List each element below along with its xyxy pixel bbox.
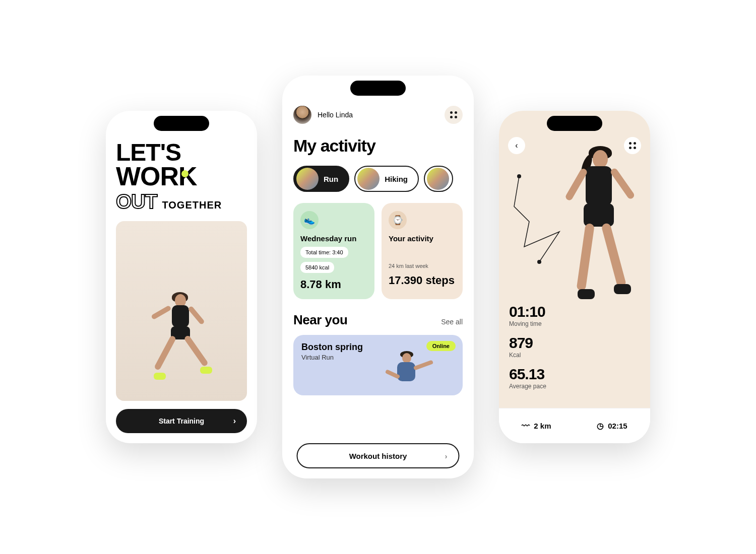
event-runner-illustration [377,350,432,395]
hero-line-3a: OUT [116,192,157,211]
activity-screen: Hello Linda My activity Run Hiking 👟 Wed… [282,76,474,478]
footer-time: ◷ 02:15 [597,421,627,431]
workout-footer: 〰 2 km ◷ 02:15 [499,408,650,443]
chip-label: Run [324,175,338,183]
kcal-label: Kcal [509,352,546,359]
card-wednesday-run[interactable]: 👟 Wednesday run Total time: 3:40 5840 kc… [293,203,374,299]
footer-distance-value: 2 km [534,422,551,430]
chip-thumb-icon [427,168,449,190]
page-title: My activity [293,136,463,156]
onboarding-screen: LET'S WORK OUT TOGETHER Start Training › [106,111,257,443]
card-your-activity[interactable]: ⌚ Your activity 24 km last week 17.390 s… [382,203,463,299]
distance-icon: 〰 [522,422,530,431]
start-training-label: Start Training [159,417,204,425]
chip-run[interactable]: Run [293,166,349,192]
chip-more[interactable] [424,166,453,192]
device-notch [154,116,209,131]
pace-label: Average pace [509,383,546,390]
status-badge: Online [426,341,456,351]
accent-dot-icon [181,170,188,177]
activity-chips: Run Hiking [293,166,463,192]
workout-stats: 01:10 Moving time 879 Kcal 65.13 Average… [509,303,546,397]
total-time-pill: Total time: 3:40 [300,247,348,258]
workout-history-button[interactable]: Workout history › [297,443,460,468]
runner-illustration [549,141,650,363]
card-title: Wednesday run [300,234,367,243]
chip-thumb-icon [357,168,380,190]
header-bar: Hello Linda [293,106,463,124]
watch-icon: ⌚ [389,211,407,229]
activity-subtitle: 24 km last week [389,263,456,269]
workout-hero: ‹ 01:10 Moving time 879 Kcal [499,111,650,408]
hero-headline: LET'S WORK OUT TOGETHER [116,141,247,211]
distance-value: 8.78 km [300,278,367,291]
start-training-button[interactable]: Start Training › [116,409,247,433]
device-notch [547,116,602,131]
pace-value: 65.13 [509,366,546,383]
clock-icon: ◷ [597,421,604,431]
four-dots-icon [450,111,457,118]
footer-time-value: 02:15 [608,422,627,430]
steps-value: 17.390 steps [389,274,456,287]
greeting-text: Hello Linda [318,111,353,119]
hero-line-3b: TOGETHER [162,200,222,210]
workout-history-label: Workout history [349,452,407,460]
back-button[interactable]: ‹ [508,137,525,154]
hero-line-2: WORK [116,164,247,189]
card-title: Your activity [389,234,456,243]
avatar[interactable] [293,106,311,124]
chevron-left-icon: ‹ [515,141,518,150]
event-card[interactable]: Boston spring Virtual Run Online [293,335,463,395]
hero-image [116,221,247,401]
moving-time-label: Moving time [509,320,546,327]
moving-time-value: 01:10 [509,303,546,320]
runner-illustration [144,290,219,401]
chip-thumb-icon [296,168,319,190]
svg-point-1 [537,260,541,264]
chip-hiking[interactable]: Hiking [354,166,419,192]
chevron-right-icon: › [445,452,448,460]
svg-point-0 [517,174,521,178]
device-notch [350,81,406,96]
menu-button[interactable] [445,106,463,124]
near-you-title: Near you [293,312,347,328]
chip-label: Hiking [385,175,408,183]
kcal-pill: 5840 kcal [300,262,334,273]
chevron-right-icon: › [233,417,236,426]
footer-distance: 〰 2 km [522,422,551,431]
shoe-icon: 👟 [300,211,319,229]
workout-detail-screen: ‹ 01:10 Moving time 879 Kcal [499,111,650,443]
kcal-value: 879 [509,334,546,352]
hero-line-1: LET'S [116,141,247,164]
see-all-link[interactable]: See all [441,318,463,326]
